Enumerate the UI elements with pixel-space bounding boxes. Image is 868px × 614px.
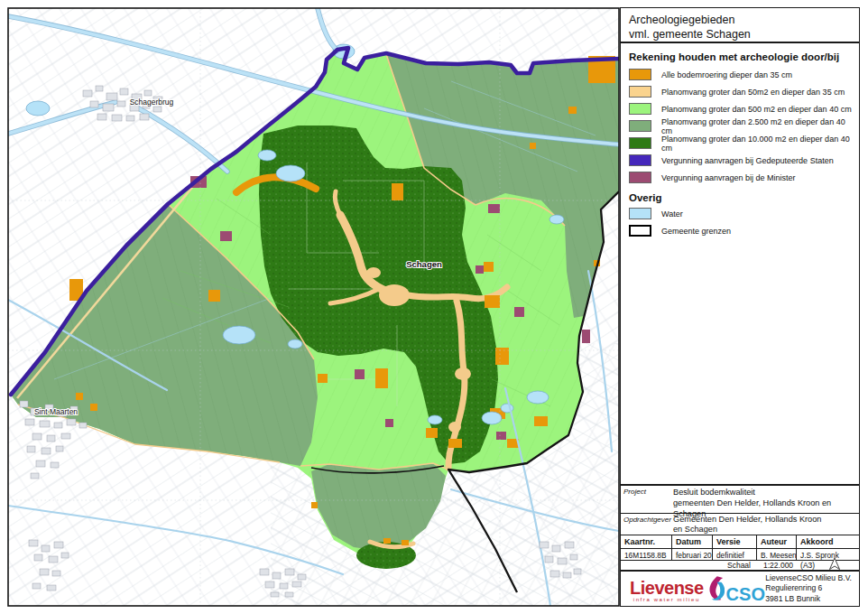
map-title-box: Archeologiegebieden vml. gemeente Schage… [620, 7, 860, 42]
value-datum: februari 2018 [672, 549, 713, 560]
opdrachtgever-value: Gemeenten Den Helder, Hollands Kroon en … [671, 514, 823, 535]
project-value: Besluit bodemkwaliteit gemeenten Den Hel… [671, 486, 859, 513]
scale-value: 1:22.000 [763, 561, 793, 570]
value-kaartnr: 16M1158.8B [621, 549, 672, 560]
legend-header: Rekening houden met archeologie door/bij [629, 51, 855, 62]
archeology-map-sheet: { "title": {"line1": "Archeologiegebiede… [0, 0, 868, 614]
logo-box: Lievense infra water milieu CSO Lievense… [620, 571, 860, 607]
project-label: Project [621, 486, 671, 513]
legend-swatch-tan [629, 86, 651, 98]
header-versie: Versie [713, 535, 757, 548]
scale-row: Schaal 1:22.000 (A3) N [621, 561, 859, 570]
scale-label: Schaal [727, 561, 751, 570]
legend-swatch-darkgreen [629, 137, 651, 149]
legend-swatch-water [629, 208, 651, 219]
legend-swatch-lightgreen [629, 103, 651, 115]
legend-item-gedeputeerde-staten: Vergunning aanvragen bij Gedeputeerde St… [629, 152, 855, 169]
opdrachtgever-row: Opdrachtgever Gemeenten Den Helder, Holl… [621, 514, 859, 535]
value-auteur: B. Meesen [757, 549, 797, 560]
header-kaartnr: Kaartnr. [621, 535, 672, 548]
legend-swatch-magenta [629, 172, 651, 183]
project-info-table: Project Besluit bodemkwaliteit gemeenten… [620, 485, 860, 571]
legend-item-50m2: Planomvang groter dan 50m2 en dieper dan… [629, 83, 855, 100]
legend-item-bodemroering: Alle bodemroering dieper dan 35 cm [629, 66, 855, 83]
legend-item-10000m2: Planomvang groter dan 10.000 m2 en diepe… [629, 135, 855, 152]
header-akkoord: Akkoord [797, 535, 859, 548]
side-panel: Archeologiegebieden vml. gemeente Schage… [620, 7, 861, 607]
north-arrow-icon [828, 557, 841, 571]
legend-swatch-orange [629, 69, 651, 80]
map-label-sint-maarten: Sint Maarten [34, 407, 78, 416]
legend-item-500m2: Planomvang groter dan 500 m2 en dieper d… [629, 100, 855, 117]
company-logo: Lievense infra water milieu CSO [630, 575, 765, 602]
legend-overig-header: Overig [629, 192, 855, 203]
legend-item-minister: Vergunning aanvragen bij de Minister [629, 169, 855, 186]
meta-header-row: Kaartnr. Datum Versie Auteur Akkoord [621, 535, 859, 549]
map-label-schagerbrug: Schagerbrug [130, 98, 174, 107]
logo-name: Lievense [630, 579, 704, 597]
legend-swatch-grenzen [629, 225, 651, 237]
map-title-line2: vml. gemeente Schagen [629, 27, 851, 42]
legend-box: Rekening houden met archeologie door/bij… [620, 42, 860, 485]
company-address: LievenseCSO Milieu B.V. Regulierenring 6… [765, 573, 852, 604]
logo-tagline: infra water milieu [633, 597, 700, 602]
project-row: Project Besluit bodemkwaliteit gemeenten… [621, 486, 859, 514]
legend-item-gemeente-grenzen: Gemeente grenzen [629, 222, 855, 239]
logo-flame-icon [705, 575, 725, 602]
header-datum: Datum [672, 535, 713, 548]
opdrachtgever-label: Opdrachtgever [621, 514, 671, 535]
legend-item-2500m2: Planomvang groter dan 2.500 m2 en dieper… [629, 117, 855, 135]
map-title-line1: Archeologiegebieden [629, 13, 851, 27]
legend-swatch-sage [629, 120, 651, 132]
map-label-schagen: Schagen [406, 259, 442, 269]
scale-format: (A3) [800, 561, 815, 570]
logo-suffix: CSO [726, 586, 765, 602]
header-auteur: Auteur [757, 535, 797, 548]
meta-value-row: 16M1158.8B februari 2018 definitief B. M… [621, 549, 859, 561]
legend-item-water: Water [629, 205, 855, 222]
value-versie: definitief [713, 549, 757, 560]
legend-swatch-indigo [629, 154, 651, 166]
